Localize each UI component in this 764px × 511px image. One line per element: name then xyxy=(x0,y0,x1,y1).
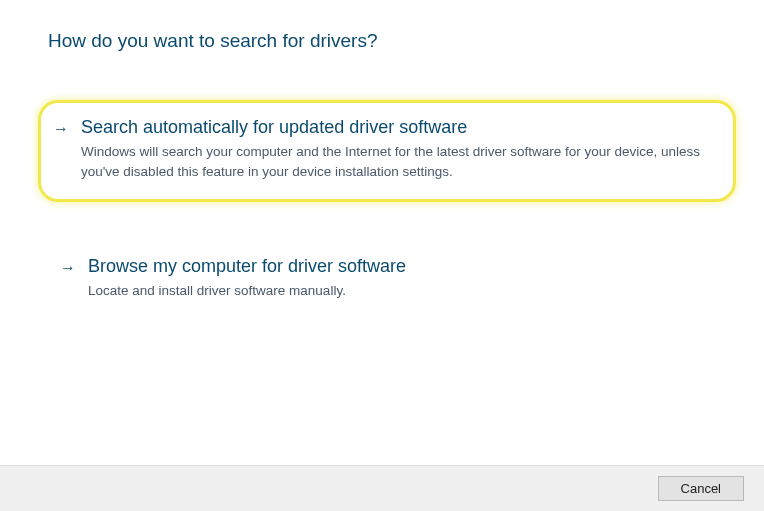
option-title: Search automatically for updated driver … xyxy=(81,117,715,138)
dialog-content: How do you want to search for drivers? →… xyxy=(0,0,764,315)
cancel-button[interactable]: Cancel xyxy=(658,476,744,501)
option-text-container: Search automatically for updated driver … xyxy=(81,117,715,181)
option-description: Windows will search your computer and th… xyxy=(81,142,715,181)
option-text-container: Browse my computer for driver software L… xyxy=(88,256,698,301)
dialog-footer: Cancel xyxy=(0,465,764,511)
option-search-automatically[interactable]: → Search automatically for updated drive… xyxy=(38,100,736,202)
arrow-right-icon: → xyxy=(53,120,69,138)
dialog-heading: How do you want to search for drivers? xyxy=(48,30,716,52)
option-description: Locate and install driver software manua… xyxy=(88,281,698,301)
option-browse-computer[interactable]: → Browse my computer for driver software… xyxy=(48,242,716,315)
option-title: Browse my computer for driver software xyxy=(88,256,698,277)
arrow-right-icon: → xyxy=(60,259,76,277)
